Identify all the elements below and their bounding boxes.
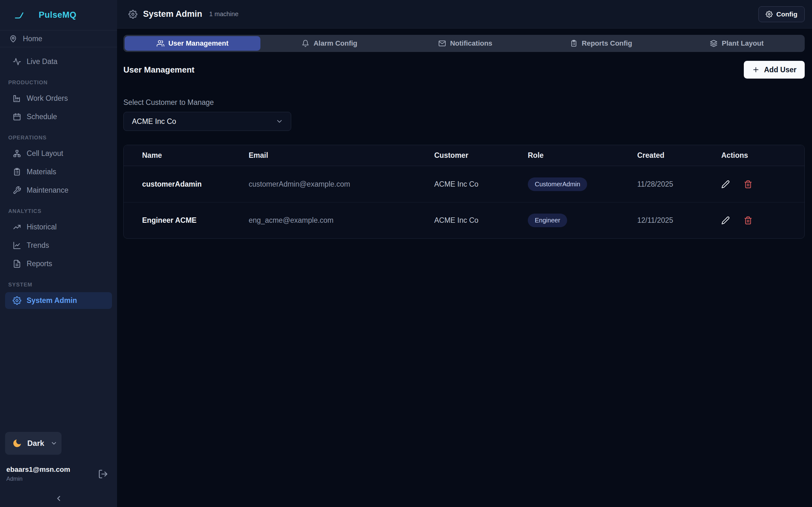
trending-up-icon [13,223,21,231]
sidebar-item-live-data[interactable]: Live Data [0,53,117,70]
sidebar-item-label: Trends [27,241,49,250]
tab-label: Alarm Config [313,39,357,48]
config-button[interactable]: Config [758,6,805,22]
user-name: customerAdamin [142,180,249,188]
section-title-production: PRODUCTION [8,79,117,86]
sidebar-footer: Dark ebaars1@msn.com Admin [0,432,117,507]
sidebar-item-system-admin[interactable]: System Admin [5,292,112,309]
calendar-icon [13,112,21,121]
sidebar-item-historical[interactable]: Historical [0,219,117,235]
users-icon [157,40,164,47]
user-role-cell: CustomerAdmin [528,177,637,191]
machine-count: 1 machine [209,10,239,18]
wrench-icon [13,186,21,194]
sidebar-item-cell-layout[interactable]: Cell Layout [0,145,117,162]
sidebar-item-label: System Admin [27,296,77,305]
column-header-created: Created [637,151,721,160]
sidebar-collapse-row [0,494,117,503]
mail-icon [438,40,446,47]
chevron-down-icon [50,440,57,447]
map-pin-icon [9,35,17,43]
user-role: Admin [6,475,98,482]
user-meta: ebaars1@msn.com Admin [6,465,98,482]
bell-icon [302,40,309,47]
users-table: Name Email Customer Role Created Actions… [123,145,805,239]
user-email-cell: eng_acme@example.com [249,216,434,225]
sidebar-item-home[interactable]: Home [0,31,117,47]
pulse-logo-icon [14,10,25,20]
plus-icon [752,66,760,73]
gear-icon [129,10,137,19]
column-header-actions: Actions [721,151,804,160]
section-title-system: SYSTEM [8,282,117,288]
sidebar-item-label: Live Data [27,57,57,66]
top-header: System Admin 1 machine Config [117,0,812,29]
sidebar-item-trends[interactable]: Trends [0,237,117,254]
delete-user-button[interactable] [744,216,752,225]
factory-icon [13,94,21,103]
table-row: Engineer ACME eng_acme@example.com ACME … [124,202,804,238]
edit-user-button[interactable] [721,216,730,225]
sidebar-item-label: Home [23,35,42,43]
sidebar-item-label: Maintenance [27,186,68,194]
tab-user-management[interactable]: User Management [125,36,260,51]
column-header-role: Role [528,151,637,160]
sidebar-item-schedule[interactable]: Schedule [0,108,117,125]
user-created: 12/11/2025 [637,216,721,225]
theme-toggle-button[interactable]: Dark [5,432,61,455]
line-chart-icon [13,241,21,250]
collapse-sidebar-button[interactable] [55,494,63,503]
table-header-row: Name Email Customer Role Created Actions [124,145,804,166]
sidebar: PulseMQ Home Live Data PRODUCTION Work O… [0,0,117,507]
add-user-button-label: Add User [764,66,797,74]
column-header-email: Email [249,151,434,160]
content: User Management Alarm Config Notificatio… [117,29,812,239]
tab-label: Plant Layout [722,39,763,48]
sidebar-item-maintenance[interactable]: Maintenance [0,182,117,199]
clipboard-list-icon [13,168,21,176]
customer-select[interactable]: ACME Inc Co [123,112,291,131]
sidebar-item-work-orders[interactable]: Work Orders [0,90,117,107]
heading-row: User Management Add User [123,61,805,78]
sidebar-item-materials[interactable]: Materials [0,164,117,180]
section-title-analytics: ANALYTICS [8,208,117,215]
file-text-icon [13,260,21,268]
tab-label: User Management [168,39,229,48]
sidebar-item-label: Work Orders [27,94,68,103]
gear-icon [766,11,773,18]
user-customer: ACME Inc Co [434,216,528,225]
sidebar-item-label: Historical [27,223,57,231]
add-user-button[interactable]: Add User [744,61,805,78]
tab-label: Reports Config [582,39,632,48]
customer-select-value: ACME Inc Co [132,117,275,126]
tab-alarm-config[interactable]: Alarm Config [262,35,397,52]
customer-select-label: Select Customer to Manage [123,98,805,107]
clipboard-icon [570,40,577,47]
tab-label: Notifications [450,39,492,48]
sidebar-item-reports[interactable]: Reports [0,256,117,272]
user-info: ebaars1@msn.com Admin [6,465,108,482]
tab-notifications[interactable]: Notifications [397,35,533,52]
gear-icon [13,296,21,305]
layers-icon [710,40,717,47]
moon-icon [12,438,22,448]
tab-plant-layout[interactable]: Plant Layout [669,35,805,52]
delete-user-button[interactable] [744,180,752,188]
sidebar-item-label: Cell Layout [27,149,63,158]
brand-name: PulseMQ [39,10,77,20]
table-row: customerAdamin customerAdmin@example.com… [124,166,804,202]
user-name: Engineer ACME [142,216,249,225]
org-chart-icon [13,149,21,158]
logout-button[interactable] [98,469,108,479]
user-email: ebaars1@msn.com [6,465,98,474]
sidebar-item-label: Materials [27,168,56,176]
admin-tabs: User Management Alarm Config Notificatio… [123,35,805,52]
row-actions [721,216,804,225]
main-area: System Admin 1 machine Config User Manag… [117,0,812,507]
tab-reports-config[interactable]: Reports Config [533,35,669,52]
activity-icon [13,57,21,66]
section-heading: User Management [123,65,194,75]
row-actions [721,180,804,188]
sidebar-item-label: Reports [27,260,52,268]
edit-user-button[interactable] [721,180,730,188]
